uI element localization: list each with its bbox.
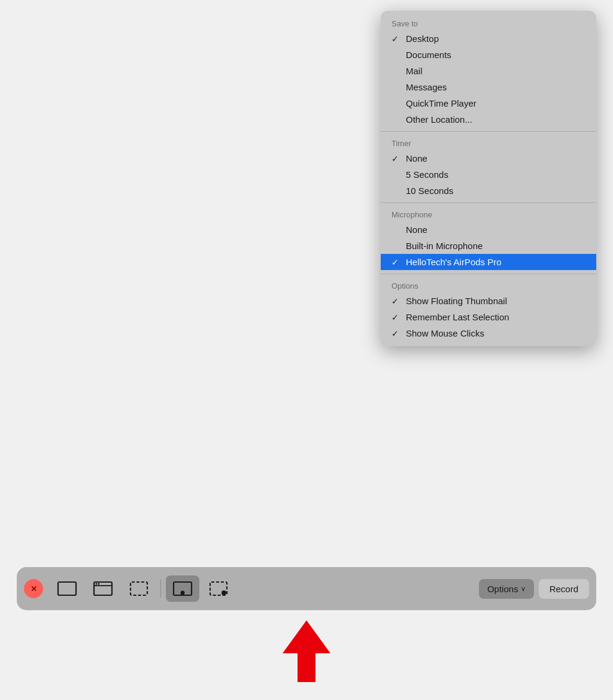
window-button[interactable] — [86, 575, 120, 602]
menu-item-desktop[interactable]: ✓Desktop — [381, 31, 596, 47]
divider-microphone — [381, 274, 596, 274]
arrow-indicator — [280, 617, 333, 683]
menu-item-none-mic[interactable]: None — [381, 222, 596, 238]
item-label-documents: Documents — [406, 50, 585, 60]
item-label-floating-thumbnail: Show Floating Thumbnail — [406, 296, 585, 306]
item-label-mouse-clicks: Show Mouse Clicks — [406, 328, 585, 338]
checkmark-floating-thumbnail: ✓ — [392, 296, 403, 306]
item-label-quicktime: QuickTime Player — [406, 98, 585, 108]
checkmark-airpods: ✓ — [392, 257, 403, 267]
menu-item-messages[interactable]: Messages — [381, 79, 596, 95]
checkmark-desktop: ✓ — [392, 34, 403, 44]
menu-item-other[interactable]: Other Location... — [381, 111, 596, 128]
item-label-5sec: 5 Seconds — [406, 169, 585, 180]
selection-button[interactable] — [122, 575, 156, 602]
checkmark-remember-last: ✓ — [392, 313, 403, 322]
toolbar-right: Options ∨ Record — [479, 579, 589, 599]
menu-item-mail[interactable]: Mail — [381, 63, 596, 79]
toolbar-divider — [160, 580, 161, 598]
menu-item-floating-thumbnail[interactable]: ✓Show Floating Thumbnail — [381, 293, 596, 309]
toolbar: ✕ Option — [17, 567, 596, 610]
menu-item-documents[interactable]: Documents — [381, 47, 596, 63]
item-label-desktop: Desktop — [406, 34, 585, 44]
item-label-mail: Mail — [406, 66, 585, 76]
svg-point-9 — [221, 590, 226, 595]
screen-record-button[interactable] — [166, 575, 199, 602]
options-label: Options — [487, 584, 518, 594]
selection-record-button[interactable] — [202, 575, 235, 602]
item-label-none-mic: None — [406, 225, 585, 235]
dropdown-menu: Save to✓DesktopDocumentsMailMessagesQuic… — [381, 11, 596, 346]
close-button[interactable]: ✕ — [24, 579, 43, 598]
menu-item-none-timer[interactable]: ✓None — [381, 150, 596, 166]
item-label-messages: Messages — [406, 82, 585, 92]
checkmark-none-timer: ✓ — [392, 154, 403, 163]
menu-item-10sec[interactable]: 10 Seconds — [381, 183, 596, 199]
svg-rect-0 — [58, 582, 76, 595]
window-icon — [93, 580, 113, 597]
menu-item-airpods[interactable]: ✓HelloTech's AirPods Pro — [381, 254, 596, 270]
item-label-other: Other Location... — [406, 114, 585, 125]
up-arrow-icon — [280, 617, 333, 683]
section-header-save-to: Save to — [381, 16, 596, 31]
item-label-builtin: Built-in Microphone — [406, 241, 585, 251]
record-button[interactable]: Record — [539, 579, 589, 599]
menu-item-quicktime[interactable]: QuickTime Player — [381, 95, 596, 111]
section-header-timer: Timer — [381, 135, 596, 150]
svg-marker-10 — [283, 620, 330, 682]
item-label-airpods: HelloTech's AirPods Pro — [406, 257, 585, 267]
divider-timer — [381, 202, 596, 203]
selection-record-icon — [208, 580, 229, 597]
menu-item-5sec[interactable]: 5 Seconds — [381, 166, 596, 183]
screen-record-icon — [172, 580, 193, 597]
svg-point-3 — [96, 583, 98, 585]
menu-item-builtin[interactable]: Built-in Microphone — [381, 238, 596, 254]
chevron-down-icon: ∨ — [521, 585, 526, 593]
menu-item-mouse-clicks[interactable]: ✓Show Mouse Clicks — [381, 325, 596, 341]
options-button[interactable]: Options ∨ — [479, 579, 534, 599]
fullscreen-icon — [57, 580, 77, 597]
svg-rect-5 — [131, 582, 147, 595]
divider-save-to — [381, 131, 596, 132]
item-label-remember-last: Remember Last Selection — [406, 312, 585, 322]
fullscreen-button[interactable] — [50, 575, 84, 602]
menu-item-remember-last[interactable]: ✓Remember Last Selection — [381, 309, 596, 325]
svg-point-7 — [181, 591, 185, 595]
selection-icon — [129, 580, 149, 597]
checkmark-mouse-clicks: ✓ — [392, 329, 403, 338]
record-label: Record — [550, 584, 578, 594]
section-header-options: Options — [381, 278, 596, 293]
item-label-10sec: 10 Seconds — [406, 186, 585, 196]
item-label-none-timer: None — [406, 153, 585, 163]
close-icon: ✕ — [31, 585, 37, 593]
section-header-microphone: Microphone — [381, 207, 596, 222]
svg-point-4 — [98, 583, 100, 585]
